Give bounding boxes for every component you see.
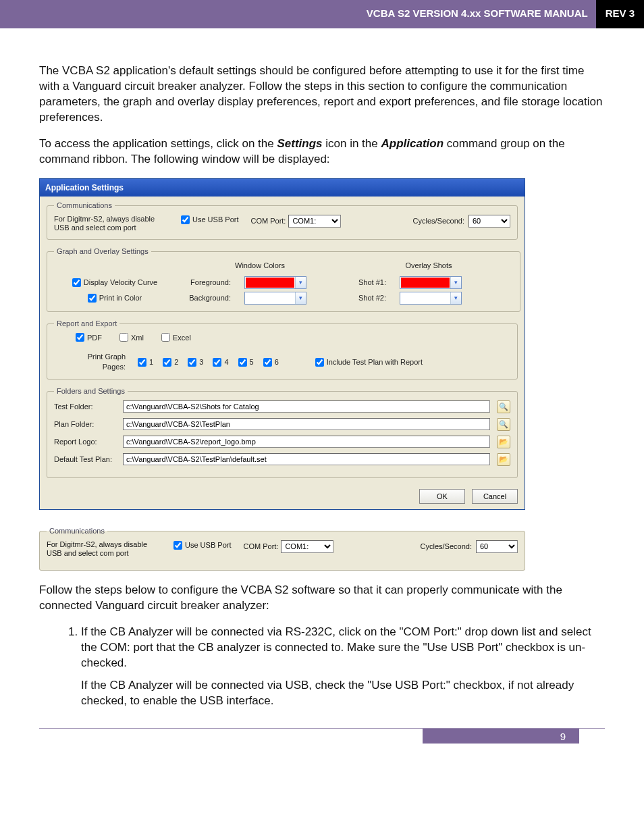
communications-legend: Communications (54, 201, 115, 211)
use-usb-checkbox[interactable]: Use USB Port (181, 215, 238, 225)
report-logo-row: Report Logo: 📂 (54, 436, 510, 448)
default-test-plan-row: Default Test Plan: 📂 (54, 453, 510, 466)
folders-legend: Folders and Settings (54, 386, 128, 396)
shot1-color-picker[interactable]: ▾ (400, 276, 462, 289)
dialog-titlebar: Application Settings (40, 179, 525, 197)
dropdown-icon: ▾ (295, 277, 306, 288)
comport-select[interactable]: COM1: (288, 215, 341, 228)
page-5-checkbox[interactable]: 5 (238, 357, 254, 367)
dropdown-icon: ▾ (450, 292, 461, 304)
digitmr-note-2: For Digitmr-S2, always disable USB and s… (47, 540, 161, 558)
page-body: The VCBA S2 application's default settin… (0, 28, 644, 709)
revision-badge: REV 3 (596, 0, 644, 28)
pdf-checkbox[interactable]: PDF (76, 333, 102, 343)
xml-checkbox[interactable]: Xml (119, 333, 144, 343)
comport-select-2[interactable]: COM1: (281, 540, 333, 553)
steps-list: If the CB Analyzer will be connected via… (39, 625, 605, 709)
page-2-checkbox[interactable]: 2 (163, 357, 178, 367)
report-export-group: Report and Export PDF Xml Excel Print Gr… (47, 319, 518, 380)
open-file-icon[interactable]: 📂 (497, 436, 510, 448)
communications-group: Communications For Digitmr-S2, always di… (47, 201, 518, 240)
page-6-checkbox[interactable]: 6 (263, 357, 279, 367)
shot1-label: Shot #1: (344, 278, 392, 288)
shot2-color-picker[interactable]: ▾ (400, 292, 462, 305)
foreground-label: Foreground: (189, 278, 236, 288)
background-label: Background: (189, 293, 236, 303)
step-1: If the CB Analyzer will be connected via… (81, 625, 605, 709)
foreground-swatch (246, 278, 294, 288)
browse-folder-icon[interactable]: 🔍 (497, 418, 510, 431)
manual-title: VCBA S2 VERSION 4.xx SOFTWARE MANUAL (358, 0, 596, 28)
default-test-plan-input[interactable] (123, 453, 490, 465)
background-swatch (246, 293, 294, 303)
shot2-label: Shot #2: (344, 293, 392, 303)
communications-inset: Communications For Digitmr-S2, always di… (39, 526, 525, 571)
intro-paragraph-2: To access the application settings, clic… (39, 136, 605, 167)
settings-dialog: Application Settings Communications For … (39, 178, 525, 510)
test-folder-row: Test Folder: 🔍 (54, 400, 510, 413)
include-test-plan-checkbox[interactable]: Include Test Plan with Report (315, 357, 423, 367)
excel-checkbox[interactable]: Excel (161, 333, 191, 343)
dropdown-icon: ▾ (450, 277, 461, 288)
overlay-shots-heading: Overlay Shots (344, 261, 513, 271)
page-3-checkbox[interactable]: 3 (188, 357, 203, 367)
use-usb-checkbox-2[interactable]: Use USB Port (173, 540, 231, 550)
page-1-checkbox[interactable]: 1 (138, 357, 153, 367)
print-graph-pages-label: Print Graph Pages: (63, 352, 126, 372)
folders-group: Folders and Settings Test Folder: 🔍 Plan… (47, 386, 518, 478)
cycles-select-2[interactable]: 60 (476, 540, 518, 553)
cycles-label: Cycles/Second: (413, 216, 464, 226)
report-export-legend: Report and Export (54, 319, 119, 329)
display-velocity-checkbox[interactable]: Display Velocity Curve (54, 276, 176, 289)
page-number: 9 (560, 731, 566, 742)
digitmr-note: For Digitmr-S2, always disable USB and s… (54, 215, 169, 232)
shot2-swatch (401, 293, 450, 303)
window-colors-heading: Window Colors (189, 261, 331, 271)
communications-inset-legend: Communications (47, 526, 107, 536)
page-header: VCBA S2 VERSION 4.xx SOFTWARE MANUAL REV… (0, 0, 644, 28)
cancel-button[interactable]: Cancel (472, 489, 518, 504)
header-spacer (0, 0, 358, 28)
plan-folder-row: Plan Folder: 🔍 (54, 418, 510, 431)
browse-folder-icon[interactable]: 🔍 (497, 400, 510, 413)
page-4-checkbox[interactable]: 4 (213, 357, 228, 367)
use-usb-input[interactable] (181, 215, 190, 224)
shot1-swatch (401, 278, 450, 288)
graph-overlay-group: Graph and Overlay Settings Window Colors… (47, 246, 520, 312)
cycles-select[interactable]: 60 (468, 215, 510, 228)
ok-button[interactable]: OK (419, 489, 465, 504)
open-file-icon[interactable]: 📂 (497, 453, 510, 466)
background-color-picker[interactable]: ▾ (244, 292, 306, 305)
graph-overlay-legend: Graph and Overlay Settings (54, 246, 151, 257)
report-logo-input[interactable] (123, 436, 490, 448)
page-footer: 9 (39, 728, 605, 748)
intro-paragraph-1: The VCBA S2 application's default settin… (39, 63, 605, 126)
plan-folder-input[interactable] (123, 418, 490, 430)
dropdown-icon: ▾ (295, 292, 306, 304)
comport-label: COM Port: (250, 216, 286, 226)
test-folder-input[interactable] (123, 400, 490, 413)
print-color-checkbox[interactable]: Print in Color (54, 292, 176, 305)
foreground-color-picker[interactable]: ▾ (244, 276, 306, 289)
footer-accent (423, 729, 579, 744)
follow-steps-paragraph: Follow the steps below to configure the … (39, 583, 605, 614)
